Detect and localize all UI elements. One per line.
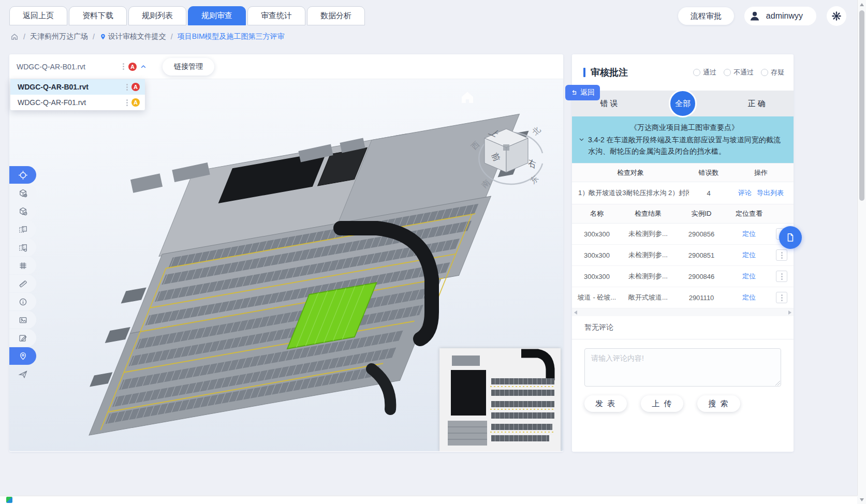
search-button[interactable]: 搜 索 [697,395,740,412]
link-manage-button[interactable]: 链接管理 [163,58,214,76]
main-nav-tabs: 返回上页 资料下载 规则列表 规则审查 审查统计 数据分析 [9,6,365,25]
model-settings-button[interactable] [9,202,36,220]
floorplan-minimap[interactable] [439,348,561,451]
locate-link[interactable]: 定位 [742,229,756,239]
locate-link[interactable]: 定位 [742,293,756,302]
header-controls: 流程审批 adminwyy [678,6,846,26]
home-icon[interactable] [10,33,19,41]
compass-south-label[interactable]: 南 [480,178,492,190]
tab-data-analysis[interactable]: 数据分析 [307,6,365,25]
col-result: 检查结果 [622,209,674,218]
table-row[interactable]: 300x300 未检测到参... 2900851 定位 [572,245,794,266]
file-kebab-icon[interactable] [122,62,125,71]
send-button[interactable] [9,365,36,383]
check-object-text: 1）敞开坡道设3耐轮压排水沟 2）封闭式 [572,188,689,198]
chevron-up-icon[interactable] [140,63,147,70]
model-cube-icon [18,188,28,198]
kebab-icon [780,293,784,302]
scroll-up-arrow-icon[interactable] [860,3,864,6]
horizontal-scrollbar[interactable] [0,496,866,504]
radio-circle[interactable] [761,69,768,76]
breadcrumb-project[interactable]: 天津蓟州万达广场 [30,32,88,41]
process-approval-button[interactable]: 流程审批 [678,7,734,25]
tab-material-download[interactable]: 资料下载 [69,6,127,25]
viewer-back-button[interactable]: 返回 [565,85,600,100]
compass-west-label[interactable]: 西 [469,140,481,152]
tab-rule-list[interactable]: 规则列表 [128,6,186,25]
comment-link[interactable]: 评论 [738,188,752,198]
bim-3d-canvas[interactable]: 西 南 东 北 上 前 右 [9,79,563,451]
model-cube-gear-icon [18,206,28,216]
kebab-icon [780,251,784,260]
model-tree-button[interactable] [9,184,36,202]
active-rule-box[interactable]: 《万达商业项目施工图审查要点》 3.4-2 在车道敞开段终端及车道底部应设置与坡… [572,116,794,163]
row-more-button[interactable] [776,271,787,282]
table-row[interactable]: 300x300 未检测到参... 2900846 定位 [572,266,794,287]
scroll-left-arrow-icon[interactable] [574,310,577,315]
section-plane-icon [18,243,28,253]
selected-model-filename: WDGC-Q-AR-B01.rvt [17,63,122,71]
post-comment-button[interactable]: 发 表 [584,395,627,412]
navigation-cube[interactable]: 西 南 东 北 上 前 右 [465,114,548,197]
breadcrumb-submit[interactable]: 设计审核文件提交 [99,32,166,41]
table-row[interactable]: 300x300 未检测到参... 2900856 定位 [572,224,794,245]
comment-input[interactable] [584,348,781,387]
row-more-button[interactable] [776,249,787,261]
locate-link[interactable]: 定位 [742,250,756,260]
model-viewer-card: WDGC-Q-AR-B01.rvt A 链接管理 WDGC-Q-AR-B01.r… [9,54,563,452]
edit-icon [18,333,28,343]
tab-rule-review[interactable]: 规则审查 [188,6,246,25]
locate-crosshair-button[interactable] [9,166,36,184]
export-list-link[interactable]: 导出列表 [757,188,784,198]
annotate-button[interactable] [9,329,36,347]
tab-review-statistics[interactable]: 审查统计 [247,6,305,25]
settings-button[interactable] [827,6,846,26]
radio-pass[interactable]: 通过 [693,68,716,77]
table-row[interactable]: 坡道 - 砼坡... 敞开式坡道... 2901110 定位 [572,287,794,308]
resize-grip[interactable] [775,380,780,386]
error-count-value: 4 [689,189,728,197]
info-icon [18,297,28,307]
summary-row[interactable]: 1）敞开坡道设3耐轮压排水沟 2）封闭式 4 评论 导出列表 [572,182,794,204]
grid-button[interactable] [9,257,36,274]
compass-north-label[interactable]: 北 [531,125,542,137]
item-kebab-icon[interactable] [125,98,129,107]
user-menu[interactable]: adminwyy [744,7,816,25]
compass-east-label[interactable]: 东 [529,174,540,186]
row-more-button[interactable] [776,292,787,303]
tab-back-home[interactable]: 返回上页 [9,6,67,25]
section-box-button[interactable] [9,220,36,238]
info-button[interactable] [9,293,36,310]
radio-circle[interactable] [724,69,731,76]
vertical-scrollbar-thumb[interactable] [859,10,864,201]
snapshot-button[interactable] [9,311,36,329]
locate-link[interactable]: 定位 [742,272,756,281]
radio-circle[interactable] [693,69,700,76]
pin-locate-button[interactable] [9,347,36,365]
vertical-scrollbar[interactable] [857,0,866,496]
grid-icon [18,261,28,271]
section-box-icon [18,225,28,234]
scroll-down-box[interactable] [857,496,866,504]
filter-tab-all[interactable]: 全部 [669,90,697,117]
panel-title: 审核批注 [583,66,628,79]
item-kebab-icon[interactable] [125,83,129,92]
dropdown-item-b01[interactable]: WDGC-Q-AR-B01.rvt A [10,79,145,95]
viewer-home-icon[interactable] [459,88,476,106]
col-error-count: 错误数 [689,168,728,177]
return-arrow-icon [570,89,578,97]
breadcrumb: / 天津蓟州万达广场 / 设计审核文件提交 / 项目BIM模型及施工图第三方评审 [10,32,285,41]
table-horizontal-scrollbar[interactable] [572,308,794,316]
filter-tab-correct[interactable]: 正 确 [720,91,794,116]
radio-fail[interactable]: 不通过 [724,68,754,77]
check-detail-table: 名称 检查结果 实例ID 定位查看 300x300 未检测到参... 29008… [572,204,794,308]
model-file-selector[interactable]: WDGC-Q-AR-B01.rvt A [17,62,147,71]
section-plane-button[interactable] [9,239,36,256]
scroll-right-arrow-icon[interactable] [788,310,791,315]
radio-doubt[interactable]: 存疑 [761,68,784,77]
measure-button[interactable] [9,275,36,292]
chevron-down-icon[interactable] [578,136,585,157]
upload-button[interactable]: 上 传 [641,395,683,412]
dropdown-item-f01[interactable]: WDGC-Q-AR-F01.rvt A [10,95,145,110]
floating-document-button[interactable] [779,226,802,249]
